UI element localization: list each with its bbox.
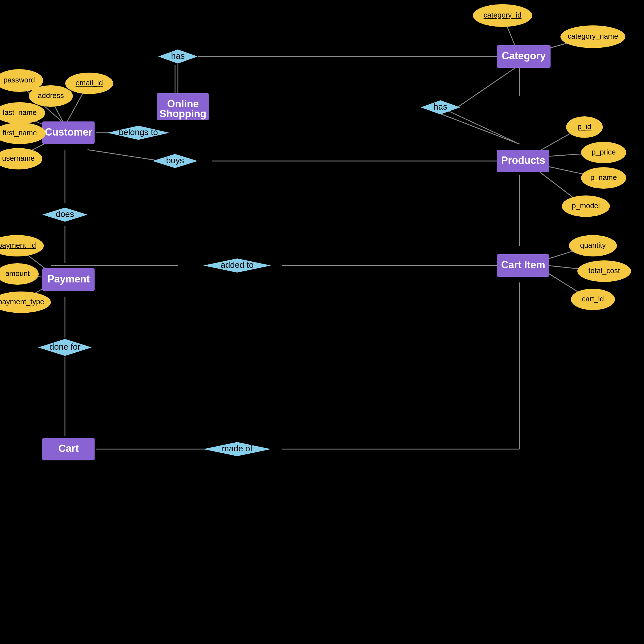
attr-p-price-label: p_price	[591, 148, 615, 156]
rel-added-to-label: added to	[221, 260, 254, 269]
entity-payment-label: Payment	[47, 273, 90, 285]
rel-has2-label: has	[434, 102, 447, 111]
svg-line-18	[88, 150, 161, 161]
rel-belongs-to-label: belongs to	[119, 127, 158, 137]
entity-customer-label: Customer	[45, 126, 92, 138]
rel-does-label: does	[56, 209, 74, 219]
attr-email-id-label: email_id	[76, 78, 103, 87]
rel-made-of-label: made of	[222, 444, 253, 453]
attr-p-id-label: p_id	[577, 122, 591, 131]
entity-online-shopping-label2: Shopping	[160, 108, 206, 119]
attr-password-label: password	[3, 76, 35, 84]
rel-buys-label: buys	[166, 156, 184, 165]
svg-line-3	[440, 107, 519, 144]
attr-total-cost-label: total_cost	[588, 266, 620, 275]
attr-category-name-label: category_name	[567, 32, 618, 40]
attr-cart-id-label: cart_id	[582, 294, 604, 303]
attr-address-label: address	[38, 91, 64, 100]
entity-category-label: Category	[502, 50, 546, 62]
entity-cart-label: Cart	[58, 443, 79, 454]
svg-line-8	[457, 65, 519, 107]
entity-cart-item-label: Cart Item	[501, 259, 545, 270]
er-diagram: Category Online Shopping Customer Produc…	[0, 0, 644, 644]
attr-payment-id-label: payment_id	[0, 241, 36, 249]
attr-first-name-label: first_name	[3, 128, 37, 137]
attr-last-name-label: last_name	[3, 108, 37, 117]
attr-payment-type-label: payment_type	[0, 297, 44, 306]
attr-username-label: username	[2, 154, 35, 162]
attr-p-name-label: p_name	[590, 173, 617, 182]
attr-quantity-label: quantity	[580, 241, 606, 249]
attr-category-id-label: category_id	[484, 11, 521, 19]
rel-has1-label: has	[171, 51, 185, 60]
attr-amount-label: amount	[5, 269, 30, 278]
entity-products-label: Products	[501, 154, 545, 166]
attr-p-model-label: p_model	[572, 201, 600, 210]
rel-done-for-label: done for	[49, 342, 80, 352]
